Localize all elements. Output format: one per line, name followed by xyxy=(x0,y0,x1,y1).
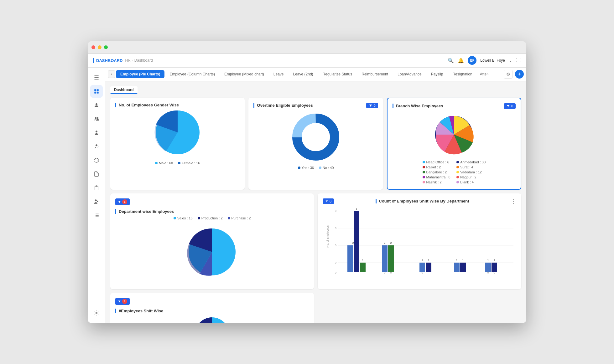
fullscreen-icon[interactable]: ⛶ xyxy=(516,58,521,63)
shift-filter-badge: 1 xyxy=(122,299,127,304)
shift-dept-filter-icon[interactable]: 0 xyxy=(323,198,334,204)
svg-rect-34 xyxy=(347,245,353,272)
sidebar-item-menu[interactable]: ☰ xyxy=(90,71,103,84)
overtime-filter-icon[interactable]: 0 xyxy=(366,103,378,108)
branch-filter: 0 xyxy=(504,103,516,109)
second-row: 1 Department wise Employees Sales : 16 xyxy=(110,193,521,289)
svg-text:2: 2 xyxy=(390,241,392,244)
sidebar-item-doc1[interactable] xyxy=(90,168,103,180)
shift-pie-partial xyxy=(193,316,231,323)
dept-chart-title: Department wise Employees xyxy=(115,209,309,214)
tab-loan[interactable]: Loan/Advance xyxy=(393,70,426,78)
dept-top-legend: Sales : 16 Production : 2 Purchase : 2 xyxy=(174,216,251,220)
no-label: No : 40 xyxy=(323,166,334,170)
svg-text:0: 0 xyxy=(390,271,392,274)
tab-regularize[interactable]: Regularize Status xyxy=(318,70,357,78)
tab-employee-column[interactable]: Employee (Column Charts) xyxy=(165,70,219,78)
close-btn[interactable] xyxy=(91,45,95,49)
svg-point-5 xyxy=(95,117,96,119)
sidebar-item-doc2[interactable] xyxy=(90,182,103,194)
branch-nagpur: Nagpur : 2 xyxy=(456,175,486,179)
sidebar-item-dashboard[interactable] xyxy=(90,85,103,98)
svg-point-11 xyxy=(97,201,98,202)
add-tab-btn[interactable]: + xyxy=(515,70,524,79)
svg-point-4 xyxy=(96,103,97,105)
svg-rect-9 xyxy=(96,186,97,187)
tab-more-btn[interactable]: Atte › xyxy=(477,71,491,78)
search-icon[interactable]: 🔍 xyxy=(448,58,454,64)
yes-label: Yes : 36 xyxy=(302,166,314,170)
female-label: Female : 16 xyxy=(182,161,200,165)
tabs-bar: ‹ Employee (Pie Charts) Employee (Column… xyxy=(105,68,526,81)
sidebar-item-box[interactable] xyxy=(90,209,103,222)
sales-label: Sales : 16 xyxy=(177,216,193,220)
shift-filter-icon[interactable]: 1 xyxy=(115,298,130,305)
sidebar-item-settings[interactable] xyxy=(90,307,103,319)
tab-employee-mixed[interactable]: Employee (Mixed chart) xyxy=(220,70,268,78)
minimize-btn[interactable] xyxy=(98,45,101,49)
tab-reimbursement[interactable]: Reimbursement xyxy=(357,70,393,78)
gender-chart-title: No. of Employees Gender Wise xyxy=(115,103,240,107)
branch-nashik: Nashik : 2 xyxy=(423,180,452,184)
branch-headoffice-label: Head Office : 6 xyxy=(426,160,449,164)
svg-text:3.00: 3.00 xyxy=(335,227,336,230)
svg-point-6 xyxy=(97,117,98,119)
notification-icon[interactable]: 🔔 xyxy=(458,58,464,64)
tab-leave[interactable]: Leave xyxy=(269,70,288,78)
branch-nashik-label: Nashik : 2 xyxy=(426,180,442,184)
shift-dept-more-btn[interactable]: ⋮ xyxy=(511,198,516,204)
svg-rect-56 xyxy=(492,263,497,272)
breadcrumb: HR › Dashboard xyxy=(125,58,153,63)
dept-filter-icon[interactable]: 1 xyxy=(115,198,130,205)
tab-leave-2nd[interactable]: Leave (2nd) xyxy=(289,70,318,78)
gender-legend-male: Male : 60 xyxy=(155,161,173,165)
svg-text:0: 0 xyxy=(421,271,423,274)
branch-rajkot: Rajkot : 2 xyxy=(423,165,452,169)
customize-btn[interactable]: ⚙ xyxy=(504,70,513,79)
tab-resignation[interactable]: Resignation xyxy=(448,70,476,78)
production-label: Production : 2 xyxy=(201,216,223,220)
sidebar-item-person[interactable] xyxy=(90,126,103,139)
svg-text:0: 0 xyxy=(493,271,495,274)
svg-text:1.00: 1.00 xyxy=(335,261,336,264)
tabs-actions: ⚙ + xyxy=(504,70,524,79)
svg-text:1: 1 xyxy=(456,259,457,262)
dashboard-tab-label[interactable]: Dashboard xyxy=(110,86,138,94)
branch-maharashtra-label: Maharashtra : 8 xyxy=(426,175,450,179)
svg-text:4.00: 4.00 xyxy=(335,209,336,213)
svg-text:1: 1 xyxy=(362,259,363,262)
tab-employee-pie[interactable]: Employee (Pie Charts) xyxy=(116,70,164,78)
svg-point-8 xyxy=(96,144,97,146)
tab-prev-btn[interactable]: ‹ xyxy=(108,70,115,78)
branch-ahmedabad-label: Ahmedabad : 30 xyxy=(460,160,486,164)
branch-card-header: Branch Wise Employees 0 xyxy=(393,103,516,109)
breadcrumb-hr: HR xyxy=(125,58,131,63)
bottom-row: 1 #Employees Shift Wise xyxy=(110,293,521,323)
tab-payslip[interactable]: Payslip xyxy=(427,70,448,78)
male-dot xyxy=(155,162,158,164)
sidebar-item-team[interactable] xyxy=(90,113,103,125)
svg-text:1: 1 xyxy=(493,259,495,262)
sidebar-item-employees[interactable] xyxy=(90,99,103,111)
title-bar xyxy=(88,41,526,54)
shift-dept-card-header: 0 Count of Employees Shift Wise By Depar… xyxy=(323,198,516,204)
chevron-down-icon[interactable]: ⌄ xyxy=(509,58,513,63)
branch-pie-chart xyxy=(432,113,476,156)
main-content: ‹ Employee (Pie Charts) Employee (Column… xyxy=(105,68,526,323)
branch-chart-card: Branch Wise Employees 0 xyxy=(387,98,521,190)
y-axis-label: No. of Employees xyxy=(326,225,329,247)
user-avatar[interactable]: BF xyxy=(468,56,476,65)
branch-blank: Blank : 4 xyxy=(456,180,486,184)
top-charts-grid: No. of Employees Gender Wise xyxy=(110,98,521,190)
sidebar-item-group[interactable] xyxy=(90,195,103,208)
branch-vadodara: Vadodara : 12 xyxy=(456,170,486,174)
sidebar-item-refresh[interactable] xyxy=(90,154,103,167)
svg-text:2: 2 xyxy=(384,241,385,244)
branch-filter-icon[interactable]: 0 xyxy=(504,103,516,109)
breadcrumb-dashboard: Dashboard xyxy=(134,58,153,63)
maximize-btn[interactable] xyxy=(104,45,108,49)
svg-rect-1 xyxy=(96,89,98,91)
svg-rect-40 xyxy=(382,245,388,272)
sidebar-item-user2[interactable] xyxy=(90,140,103,153)
svg-rect-2 xyxy=(94,91,96,93)
